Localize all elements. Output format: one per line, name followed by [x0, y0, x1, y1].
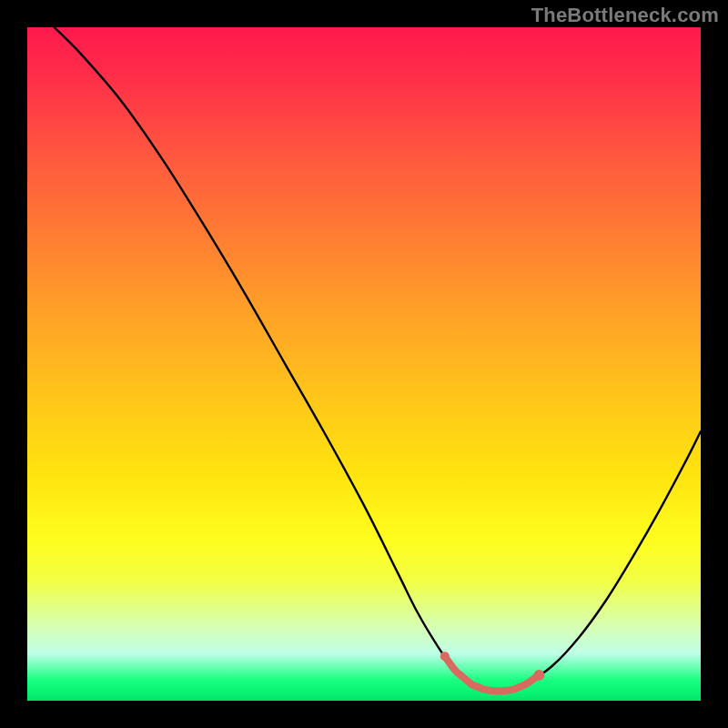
attribution-text: TheBottleneck.com: [531, 4, 719, 27]
curve-overlay: [27, 27, 701, 701]
optimal-start-dot: [440, 652, 450, 661]
optimal-range-highlight: [445, 656, 540, 691]
chart-container: TheBottleneck.com: [0, 0, 728, 728]
bottleneck-curve: [55, 27, 701, 692]
optimal-end-dot: [533, 670, 544, 681]
